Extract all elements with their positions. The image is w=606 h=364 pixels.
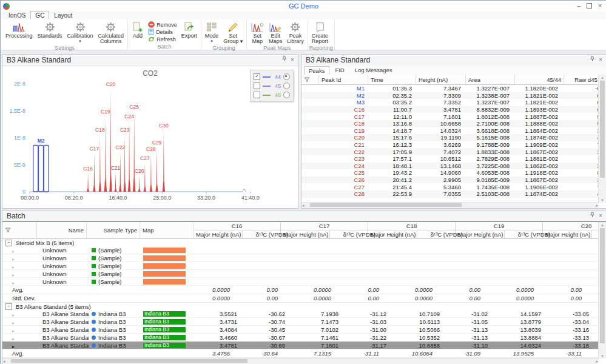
- column-header-peak-id[interactable]: Peak Id: [319, 75, 368, 84]
- ribbon-tab-ionos[interactable]: IonOS: [4, 12, 30, 19]
- peaks-table-row[interactable]: C2217:05.97.40721.8833E-0081.1867E-0023.…: [301, 148, 599, 155]
- row-expand-icon[interactable]: ▸: [12, 280, 15, 286]
- column-header-map[interactable]: Map: [140, 222, 194, 238]
- column-header-area[interactable]: Area: [466, 75, 515, 84]
- compound-header[interactable]: C20: [543, 222, 599, 231]
- batch-row[interactable]: ▸Unknown(Sample): [2, 254, 599, 262]
- pin-icon[interactable]: [588, 56, 596, 64]
- peaks-table-row[interactable]: C2317:57.110.65122.7829E-0081.1881E-0025…: [301, 155, 599, 163]
- remove-button[interactable]: Remove: [146, 21, 179, 29]
- processing-button[interactable]: Processing: [3, 20, 35, 44]
- column-header-major-height-na[interactable]: Major Height (nA): [194, 231, 243, 238]
- batch-row[interactable]: ▸Unknown(Sample): [2, 246, 599, 254]
- minimize-button[interactable]: –: [577, 3, 581, 9]
- batch-row[interactable]: ▸B3 Alkane StandardIndiana B3Indiana B33…: [2, 310, 599, 318]
- chromatogram-chart[interactable]: CO2 05E-91E-81.5E-82E-800:00.008:20.016:…: [2, 66, 298, 208]
- calculated-columns-button[interactable]: CalculatedColumns: [96, 20, 127, 44]
- column-header-raw-d45-raw[interactable]: Raw d45 (raw): [564, 75, 599, 84]
- batch-group-row[interactable]: −Steroid Mix B (5 items): [2, 239, 599, 246]
- scroll-up-icon[interactable]: ▴: [599, 75, 606, 80]
- peaks-table-row[interactable]: C2620:41.22.99059.0185E-0091.1867E-0023.…: [301, 177, 599, 184]
- trace-radio[interactable]: [283, 92, 290, 98]
- peaks-table-row[interactable]: M303:35.27.33521.3237E-0071.1821E-0020.0…: [301, 99, 599, 106]
- standards-button[interactable]: Standards: [35, 20, 65, 44]
- batch-vertical-scrollbar[interactable]: ▴ ▾: [598, 222, 606, 359]
- scroll-down-icon[interactable]: ▾: [599, 197, 606, 203]
- peaks-table-row[interactable]: C2418:48.113.14683.7225E-0081.1862E-0023…: [301, 163, 599, 170]
- maximize-button[interactable]: [587, 3, 592, 10]
- pin-icon[interactable]: [280, 56, 288, 64]
- batch-row[interactable]: ▸Unknown(Sample): [2, 270, 599, 278]
- export-button[interactable]: Export: [179, 20, 200, 43]
- calibration-button[interactable]: Calibration▾: [65, 20, 96, 44]
- close-panel-icon[interactable]: ×: [596, 212, 605, 220]
- batch-row[interactable]: ▸B3 Alkane StandardIndiana B3Indiana B33…: [2, 318, 599, 326]
- trace-checkbox[interactable]: [254, 92, 260, 98]
- add-button[interactable]: Add: [129, 20, 146, 43]
- compound-header[interactable]: C16: [194, 222, 280, 231]
- scroll-left-icon[interactable]: ◂: [3, 359, 5, 364]
- peaks-table-row[interactable]: C1914:18.714.03243.6618E-0081.1864E-0023…: [301, 127, 599, 135]
- refresh-button[interactable]: Refresh: [146, 36, 179, 43]
- peaks-table-row[interactable]: M202:35.27.33091.3238E-0071.1821E-0020.0…: [301, 92, 599, 99]
- column-header-major-height-na[interactable]: Major Height (nA): [281, 231, 330, 238]
- close-panel-icon[interactable]: ×: [288, 56, 297, 64]
- column-header-major-height-na[interactable]: Major Height (nA): [543, 231, 592, 238]
- column-header-45-44[interactable]: 45/44: [515, 75, 564, 84]
- peaks-table-row[interactable]: C2519:43.214.90604.6053E-0081.1918E-0028…: [301, 169, 599, 177]
- batch-row[interactable]: ▸Unknown(Sample): [2, 262, 599, 270]
- row-expand-icon[interactable]: ▸: [12, 344, 15, 349]
- scroll-right-icon[interactable]: ▸: [596, 359, 598, 364]
- trace-checkbox[interactable]: ✓: [254, 73, 260, 80]
- edit-maps-button[interactable]: EditMaps: [266, 20, 284, 44]
- compound-header[interactable]: C17: [281, 222, 368, 231]
- details-button[interactable]: Details: [146, 29, 179, 36]
- close-panel-icon[interactable]: ×: [596, 56, 605, 64]
- column-options-icon[interactable]: [2, 222, 37, 238]
- create-report-button[interactable]: CreateReport: [309, 20, 331, 44]
- compound-header[interactable]: C19: [456, 222, 542, 231]
- peaks-table-row[interactable]: C1611:00.73.47818.8832E-0091.1893E-0026.…: [301, 106, 599, 113]
- scroll-up-icon[interactable]: ▴: [599, 222, 606, 228]
- scroll-right-icon[interactable]: ▸: [596, 203, 598, 208]
- peaks-table-row[interactable]: M101:35.37.34671.3227E-0071.1820E-002-0.…: [301, 85, 599, 92]
- column-header-major-height-na[interactable]: Major Height (nA): [368, 231, 417, 238]
- scrollbar-thumb[interactable]: [11, 359, 247, 363]
- peaks-table-row[interactable]: C1712:11.07.16011.8012E-0081.1887E-0025.…: [301, 113, 599, 120]
- tab-fid[interactable]: FID: [330, 66, 349, 75]
- pin-icon[interactable]: [588, 212, 596, 220]
- scroll-left-icon[interactable]: ◂: [302, 203, 305, 208]
- column-header-time[interactable]: Time: [368, 75, 416, 84]
- column-header-height-na[interactable]: Height (nA): [416, 75, 466, 84]
- scroll-down-icon[interactable]: ▾: [599, 353, 606, 359]
- set-group-button[interactable]: SetGroup ▾: [221, 20, 245, 44]
- peaks-table-row[interactable]: C2116:12.33.62699.1788E-0091.1909E-0027.…: [301, 141, 599, 149]
- batch-row[interactable]: ▸B3 Alkane StandardIndiana B3Indiana B33…: [2, 326, 599, 334]
- batch-horizontal-scrollbar[interactable]: ◂ ▸: [2, 358, 599, 364]
- peaks-table-row[interactable]: C1813:16.810.66582.7100E-0081.1888E-0025…: [301, 120, 599, 127]
- column-header-major-height-na[interactable]: Major Height (nA): [456, 231, 505, 238]
- trace-checkbox[interactable]: [254, 83, 260, 89]
- column-header-name[interactable]: Name: [37, 222, 87, 238]
- batch-row[interactable]: ▸B3 Alkane StandardIndiana B3Indiana B33…: [2, 342, 599, 349]
- row-expander[interactable]: ▸: [2, 276, 41, 287]
- peaks-horizontal-scrollbar[interactable]: ◂ ▸: [301, 202, 599, 208]
- trace-radio[interactable]: [283, 73, 290, 80]
- scrollbar-thumb[interactable]: [600, 81, 605, 178]
- tab-peaks[interactable]: Peaks: [304, 66, 329, 75]
- peaks-table-row[interactable]: C2721:45.45.34601.7435E-0081.1906E-0027.…: [301, 183, 599, 190]
- peaks-table-row[interactable]: C2822:53.97.03552.5103E-0081.1874E-0024.…: [301, 190, 599, 198]
- ribbon-tab-gc[interactable]: GC: [30, 11, 49, 20]
- ribbon-tab-layout[interactable]: Layout: [50, 12, 76, 19]
- scrollbar-thumb[interactable]: [310, 203, 462, 207]
- trace-radio[interactable]: [283, 83, 290, 89]
- batch-group-row[interactable]: −B3 Alkane Standard (5 items): [2, 303, 599, 310]
- batch-row[interactable]: ▸Unknown(Sample): [2, 278, 599, 286]
- peak-library-button[interactable]: PeakLibrary: [284, 20, 306, 44]
- mode-button[interactable]: Mode▾: [203, 20, 221, 44]
- set-map-button[interactable]: SetMap: [248, 20, 266, 44]
- batch-row[interactable]: ▸B3 Alkane StandardIndiana B3Indiana B33…: [2, 334, 599, 342]
- peaks-table-row[interactable]: C2015:17.619.11905.1615E-0081.1874E-0024…: [301, 134, 599, 141]
- scrollbar-thumb[interactable]: [600, 228, 605, 343]
- row-expander[interactable]: ▸: [2, 340, 41, 351]
